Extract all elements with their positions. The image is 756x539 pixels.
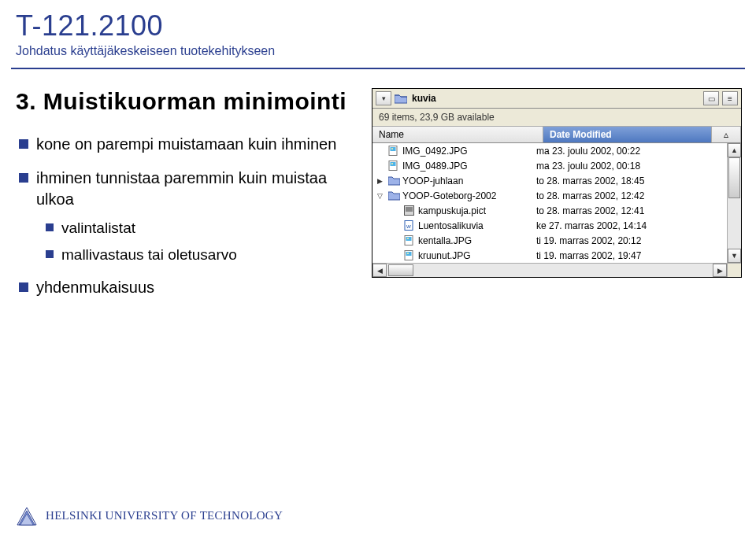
column-header-date[interactable]: Date Modified — [543, 127, 712, 142]
svg-rect-1 — [391, 147, 396, 151]
column-header-row: Name Date Modified ▵ — [372, 126, 741, 143]
file-row[interactable]: ▶YOOP-juhlaanto 28. marras 2002, 18:45 — [372, 173, 727, 188]
file-name: kentalla.JPG — [418, 235, 472, 246]
bullet-text: kone on parempi muistamaan kuin ihminen — [36, 135, 336, 153]
sub-bullet-text: valintalistat — [61, 220, 135, 236]
slide-title: 3. Muistikuorman minimointi — [16, 88, 362, 115]
file-row[interactable]: kentalla.JPGti 19. marras 2002, 20:12 — [372, 233, 727, 248]
file-name: IMG_0489.JPG — [402, 161, 468, 172]
svg-point-12 — [407, 238, 409, 239]
file-name: kruunut.JPG — [418, 250, 471, 261]
svg-rect-7 — [406, 207, 413, 212]
file-date: ma 23. joulu 2002, 00:18 — [533, 161, 727, 172]
vertical-scrollbar[interactable]: ▲ ▼ — [727, 143, 741, 263]
folder-icon — [395, 93, 407, 104]
file-date: to 28. marras 2002, 12:42 — [533, 190, 727, 201]
file-name: YOOP-Goteborg-2002 — [402, 190, 496, 201]
disclosure-triangle-icon[interactable]: ▶ — [376, 177, 384, 185]
file-row[interactable]: kampuskuja.pictto 28. marras 2002, 12:41 — [372, 203, 727, 218]
file-date: ma 23. joulu 2002, 00:22 — [533, 146, 727, 157]
svg-text:w: w — [406, 223, 411, 230]
scroll-up-icon[interactable]: ▲ — [728, 143, 741, 157]
bullet-item: ihminen tunnistaa paremmin kuin muistaa … — [16, 168, 362, 264]
folder-icon — [388, 175, 400, 186]
file-date: ti 19. marras 2002, 20:12 — [533, 235, 727, 246]
img-icon — [404, 250, 416, 261]
bullet-text: yhdenmukaisuus — [36, 279, 154, 296]
scroll-thumb[interactable] — [728, 157, 740, 198]
folder-title: kuvia — [412, 93, 700, 104]
file-date: ke 27. marras 2002, 14:14 — [533, 220, 727, 231]
column-header-name[interactable]: Name — [372, 127, 543, 142]
file-name: Luentosalikuvia — [418, 220, 484, 231]
svg-point-15 — [407, 253, 409, 254]
img-icon — [388, 146, 400, 157]
svg-rect-4 — [391, 162, 396, 166]
course-subtitle: Johdatus käyttäjäkeskeiseen tuotekehityk… — [16, 44, 740, 58]
file-row[interactable]: IMG_0492.JPGma 23. joulu 2002, 00:22 — [372, 143, 727, 158]
sub-bullet-item: mallivastaus tai oletusarvo — [44, 245, 362, 265]
sub-bullet-text: mallivastaus tai oletusarvo — [61, 246, 237, 263]
toolbar-button-1-icon[interactable]: ▭ — [703, 91, 719, 105]
folder-icon — [388, 190, 400, 201]
file-row[interactable]: wLuentosalikuviake 27. marras 2002, 14:1… — [372, 218, 727, 233]
file-row[interactable]: IMG_0489.JPGma 23. joulu 2002, 00:18 — [372, 158, 727, 173]
scroll-thumb-h[interactable] — [388, 264, 413, 276]
course-code: T-121.2100 — [16, 9, 740, 42]
file-row[interactable]: ▽YOOP-Goteborg-2002to 28. marras 2002, 1… — [372, 188, 727, 203]
toolbar-button-2-icon[interactable]: ≡ — [722, 91, 738, 105]
slide-header: T-121.2100 Johdatus käyttäjäkeskeiseen t… — [0, 0, 756, 63]
scroll-down-icon[interactable]: ▼ — [728, 249, 741, 263]
file-name: YOOP-juhlaan — [402, 175, 463, 186]
horizontal-scrollbar[interactable]: ◀ ▶ — [372, 263, 741, 277]
img-icon — [404, 235, 416, 246]
svg-rect-11 — [406, 237, 412, 241]
pict-icon — [404, 205, 416, 216]
bullet-text: ihminen tunnistaa paremmin kuin muistaa … — [36, 169, 327, 208]
bullet-item: yhdenmukaisuus — [16, 277, 362, 298]
scroll-left-icon[interactable]: ◀ — [372, 264, 387, 277]
slide-footer: HELSINKI UNIVERSITY OF TECHNOLOGY — [16, 504, 283, 526]
file-name: kampuskuja.pict — [418, 205, 486, 216]
file-browser-toolbar: ▾ kuvia ▭ ≡ — [372, 89, 741, 109]
file-date: to 28. marras 2002, 12:41 — [533, 205, 727, 216]
file-browser-window: ▾ kuvia ▭ ≡ 69 items, 23,9 GB available … — [372, 88, 742, 278]
university-logo-icon — [16, 504, 38, 526]
scrollbar-corner — [727, 264, 741, 277]
file-list: IMG_0492.JPGma 23. joulu 2002, 00:22IMG_… — [372, 143, 727, 263]
img-icon — [388, 161, 400, 172]
sub-bullet-list: valintalistat mallivastaus tai oletusarv… — [44, 218, 362, 264]
file-date: to 28. marras 2002, 18:45 — [533, 175, 727, 186]
doc-icon: w — [404, 220, 416, 231]
file-row[interactable]: kruunut.JPGti 19. marras 2002, 19:47 — [372, 248, 727, 263]
scroll-track[interactable] — [728, 157, 741, 249]
file-date: ti 19. marras 2002, 19:47 — [533, 250, 727, 261]
sub-bullet-item: valintalistat — [44, 218, 362, 238]
svg-point-5 — [391, 163, 393, 164]
footer-text: HELSINKI UNIVERSITY OF TECHNOLOGY — [46, 509, 283, 522]
scroll-right-icon[interactable]: ▶ — [713, 264, 727, 277]
disclosure-triangle-icon[interactable]: ▽ — [376, 192, 384, 200]
svg-rect-14 — [406, 252, 412, 256]
column-header-sort-icon[interactable]: ▵ — [712, 127, 741, 142]
folder-info: 69 items, 23,9 GB available — [372, 109, 741, 126]
bullet-item: kone on parempi muistamaan kuin ihminen — [16, 134, 362, 155]
file-name: IMG_0492.JPG — [402, 146, 468, 157]
bullet-list: kone on parempi muistamaan kuin ihminen … — [16, 134, 362, 298]
svg-point-2 — [391, 148, 393, 150]
scroll-track-h[interactable] — [387, 264, 713, 277]
toolbar-dropdown-icon[interactable]: ▾ — [376, 91, 391, 105]
